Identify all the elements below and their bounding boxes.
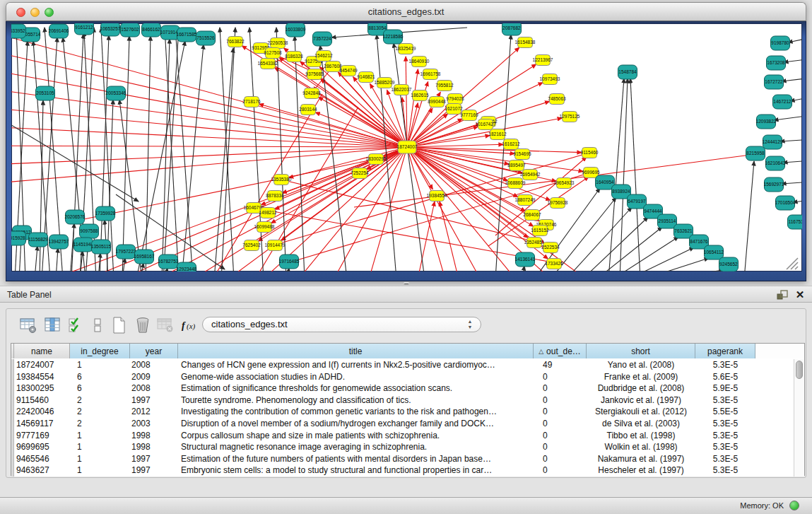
window-resize-grip[interactable] (787, 258, 798, 269)
table-row[interactable]: 1456911722003Disruption of a novel membe… (11, 418, 794, 430)
graph-node-label: 10688609 (505, 180, 526, 185)
graph-node-label: 16958167 (134, 254, 155, 259)
sort-ascending-icon: △ (539, 348, 543, 355)
graph-node-label: 9127508 (264, 50, 282, 55)
table-options-button[interactable] (19, 315, 39, 335)
column-header-short[interactable]: short (587, 344, 695, 358)
table-scrollbar[interactable] (794, 359, 804, 477)
graph-node-label: 12218586 (383, 34, 404, 39)
graph-node-label: 13505115 (91, 244, 112, 249)
graph-node-label: 8471676 (690, 239, 708, 244)
window-titlebar[interactable]: citations_edges.txt (6, 2, 806, 21)
graph-node-label: 18807249 (515, 197, 536, 202)
graph-node-label: 9161212 (75, 25, 93, 30)
graph-node-label: 16961758 (420, 71, 441, 76)
cell-filler (755, 382, 794, 395)
table-row[interactable]: 1872400712008Changes of HCN gene express… (11, 359, 794, 371)
table-row[interactable]: 2242004622012Investigating the contribut… (11, 406, 794, 418)
select-columns-button[interactable] (67, 315, 87, 335)
table-row[interactable]: 1830029562008Estimation of significance … (11, 382, 794, 395)
cell-out_degree: 0 (534, 382, 587, 395)
window-title: citations_edges.txt (6, 6, 806, 17)
network-frame: 2226053893129589127508818632891275031546… (6, 21, 806, 281)
cell-title: Structural magnetic resonance image aver… (178, 441, 534, 453)
combo-stepper-icon: ▲▼ (466, 319, 473, 330)
network-window: citations_edges.txt 22260538931295891275… (6, 2, 806, 281)
cell-out_degree: 0 (534, 453, 587, 465)
network-canvas[interactable]: 2226053893129589127508818632891275031546… (11, 23, 802, 271)
column-header-out-degree[interactable]: △ out_de… (534, 344, 587, 358)
column-header-in-degree[interactable]: in_degree (70, 344, 130, 358)
graph-node-label: 2087682 (502, 25, 521, 30)
svg-text:(x): (x) (187, 322, 196, 331)
cell-short: Wolkin et al. (1998) (587, 441, 695, 453)
graph-node-label: 1621072 (445, 106, 463, 111)
cell-pagerank: 5.3E-5 (695, 418, 755, 430)
delete-column-button[interactable] (134, 315, 153, 335)
cell-filler (755, 465, 794, 477)
table-row[interactable]: 911546021997Tourette syndrome. Phenomeno… (11, 395, 794, 407)
column-visibility-button[interactable] (43, 315, 63, 335)
graph-node-label: 9146821 (357, 74, 375, 79)
graph-node-label: 8990448 (428, 99, 446, 104)
table-row[interactable]: 946362711997Embryonic stem cells: a mode… (11, 465, 794, 477)
cell-name: 18724007 (14, 359, 70, 371)
graph-node-label: 18724007 (397, 144, 418, 149)
graph-node-label: 22260538 (268, 40, 288, 45)
graph-node-label: 9245652 (719, 262, 738, 267)
graph-node-label: 7955812 (435, 83, 454, 88)
float-panel-button[interactable] (776, 289, 789, 300)
graph-node-label: 16782753 (158, 259, 179, 264)
graph-node-label: 13524851 (524, 240, 545, 245)
graph-node-label: 19384554 (427, 193, 447, 198)
graph-node-label: 7632621 (674, 228, 693, 233)
column-visibility-icon (43, 316, 61, 334)
table-toolbar: f (x) citations_edges.txt ▲▼ (6, 309, 806, 341)
row-height-button[interactable] (88, 315, 108, 335)
graph-node-label: 12444129 (763, 139, 783, 144)
table-selector[interactable]: citations_edges.txt ▲▼ (202, 317, 481, 332)
graph-node-label: 11156829 (28, 237, 48, 242)
graph-node-label: 1498212 (259, 210, 277, 215)
cell-year: 2009 (130, 371, 178, 383)
cell-out_degree: 0 (534, 371, 587, 383)
column-header-title[interactable]: title (178, 344, 534, 358)
cell-in_degree: 2 (70, 395, 130, 407)
scrollbar-thumb[interactable] (796, 361, 803, 379)
cell-title: Estimation of the future numbers of pati… (178, 453, 534, 465)
cell-in_degree: 1 (70, 430, 130, 442)
graph-node-label: 1615152 (531, 228, 549, 233)
cell-short: Stergiakouli et al. (2012) (587, 406, 695, 418)
function-builder-button[interactable]: f (x) (180, 315, 200, 335)
graph-node-label: 17957223 (116, 249, 136, 254)
table-row[interactable]: 1938455462009Genome-wide association stu… (11, 371, 794, 383)
delete-table-button[interactable] (156, 315, 176, 335)
cell-year: 1997 (130, 453, 178, 465)
graph-node-label: 8186328 (285, 54, 303, 59)
new-column-button[interactable] (110, 315, 129, 335)
graph-node-label: 15692971 (764, 182, 784, 187)
graph-node-label: 10167427 (476, 122, 496, 127)
table-panel-inner: f (x) citations_edges.txt ▲▼ name in_deg… (6, 308, 806, 478)
cell-pagerank: 5.3E-5 (695, 359, 755, 371)
column-header-year[interactable]: year (130, 344, 178, 358)
table-row[interactable]: 946554611997Estimation of the future num… (11, 453, 794, 465)
close-panel-button[interactable]: ✕ (794, 288, 806, 301)
cell-in_degree: 1 (70, 453, 130, 465)
cell-title: Genome-wide association studies in ADHD. (178, 371, 534, 383)
table-row[interactable]: 969969511998Structural magnetic resonanc… (11, 441, 794, 453)
graph-node-label: 16154838 (515, 40, 536, 45)
graph-node-label: 9474444 (644, 209, 662, 214)
graph-node-label: 9154695 (513, 151, 531, 156)
graph-node-label: 1862615 (411, 93, 429, 98)
graph-node-label: 1167533 (789, 219, 802, 224)
graph-node-label: 16671585 (177, 32, 197, 37)
graph-node-label: 6479197 (628, 199, 646, 204)
graph-node-label: 12213967 (533, 57, 553, 62)
cell-short: Dudbridge et al. (2008) (587, 382, 695, 395)
table-row[interactable]: 977716911998Corpus callosum shape and si… (11, 430, 794, 442)
graph-node-label: 20691406 (49, 28, 69, 33)
column-header-pagerank[interactable]: pagerank (695, 344, 755, 358)
column-header-name[interactable]: name (14, 344, 70, 358)
graph-node-label: 3915928 (11, 235, 25, 240)
